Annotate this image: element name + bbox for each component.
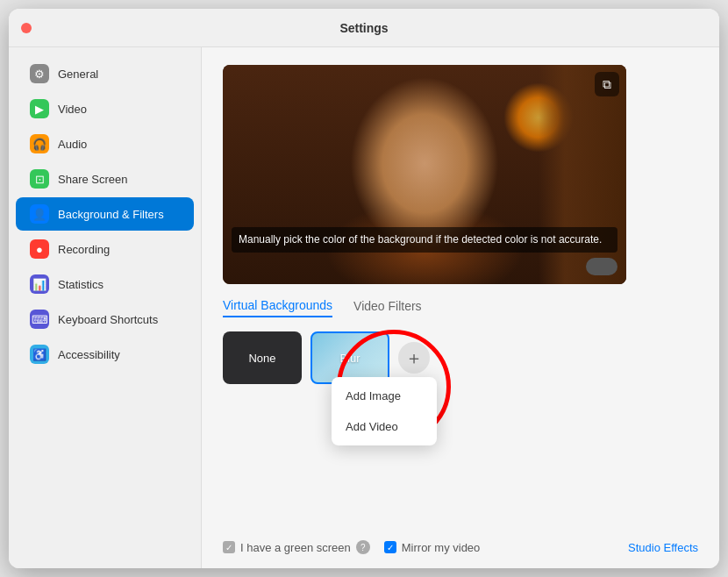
accessibility-icon: ♿ bbox=[30, 345, 49, 364]
main-panel: Manually pick the color of the backgroun… bbox=[202, 47, 719, 568]
keyboard-shortcuts-icon: ⌨ bbox=[30, 310, 49, 329]
sidebar-label-general: General bbox=[58, 68, 98, 81]
mirror-video-label: Mirror my video bbox=[402, 541, 481, 554]
sidebar-label-accessibility: Accessibility bbox=[58, 348, 120, 361]
plus-icon: ＋ bbox=[405, 346, 423, 370]
sidebar-label-keyboard-shortcuts: Keyboard Shortcuts bbox=[58, 313, 158, 326]
background-filters-icon: 👤 bbox=[30, 204, 49, 224]
background-none[interactable]: None bbox=[223, 331, 302, 384]
add-button-container: ＋ Add Image Add Video bbox=[398, 342, 430, 374]
background-none-label: None bbox=[248, 352, 275, 365]
sidebar: ⚙General▶Video🎧Audio⊡Share Screen👤Backgr… bbox=[9, 47, 202, 568]
tab-video-filters[interactable]: Video Filters bbox=[353, 299, 422, 317]
sidebar-item-share-screen[interactable]: ⊡Share Screen bbox=[16, 162, 194, 196]
green-screen-checkbox-item: ✓ I have a green screen ? bbox=[223, 540, 370, 554]
backgrounds-grid: None Blur ＋ Add Image Add Video bbox=[223, 331, 698, 384]
general-icon: ⚙ bbox=[30, 64, 49, 83]
title-bar: Settings bbox=[9, 9, 719, 47]
sidebar-item-background-filters[interactable]: 👤Background & Filters bbox=[16, 197, 194, 231]
sidebar-label-recording: Recording bbox=[58, 243, 110, 256]
audio-icon: 🎧 bbox=[30, 134, 49, 153]
sidebar-item-statistics[interactable]: 📊Statistics bbox=[16, 267, 194, 301]
sidebar-item-general[interactable]: ⚙General bbox=[16, 57, 194, 90]
green-screen-label: I have a green screen bbox=[240, 541, 351, 554]
sidebar-label-statistics: Statistics bbox=[58, 278, 103, 291]
background-blur[interactable]: Blur bbox=[310, 331, 389, 384]
sidebar-label-video: Video bbox=[58, 103, 87, 116]
recording-icon: ● bbox=[30, 239, 49, 259]
sidebar-item-keyboard-shortcuts[interactable]: ⌨Keyboard Shortcuts bbox=[16, 303, 194, 336]
add-image-option[interactable]: Add Image bbox=[332, 381, 437, 411]
video-icon: ▶ bbox=[30, 99, 49, 118]
background-blur-label: Blur bbox=[339, 352, 360, 365]
statistics-icon: 📊 bbox=[30, 274, 49, 294]
footer-bar: ✓ I have a green screen ? ✓ Mirror my vi… bbox=[223, 540, 698, 554]
green-screen-checkbox[interactable]: ✓ bbox=[223, 541, 235, 553]
add-video-option[interactable]: Add Video bbox=[332, 411, 437, 442]
tab-virtual-backgrounds[interactable]: Virtual Backgrounds bbox=[223, 298, 332, 317]
sidebar-item-accessibility[interactable]: ♿Accessibility bbox=[16, 338, 194, 371]
sidebar-item-recording[interactable]: ●Recording bbox=[16, 232, 194, 266]
sidebar-label-share-screen: Share Screen bbox=[58, 173, 128, 186]
content-area: ⚙General▶Video🎧Audio⊡Share Screen👤Backgr… bbox=[9, 47, 719, 568]
green-screen-help-icon[interactable]: ? bbox=[356, 540, 370, 554]
pip-button[interactable]: ⧉ bbox=[595, 72, 619, 96]
add-dropdown-menu: Add Image Add Video bbox=[332, 377, 437, 445]
mirror-video-checkbox[interactable]: ✓ bbox=[384, 541, 396, 553]
tabs-row: Virtual Backgrounds Video Filters bbox=[223, 298, 698, 317]
share-screen-icon: ⊡ bbox=[30, 169, 49, 189]
window-title: Settings bbox=[339, 21, 388, 35]
add-background-button[interactable]: ＋ bbox=[398, 342, 430, 374]
video-overlay-text: Manually pick the color of the backgroun… bbox=[232, 227, 617, 253]
sidebar-label-audio: Audio bbox=[58, 138, 87, 151]
studio-effects-link[interactable]: Studio Effects bbox=[628, 541, 698, 554]
close-button[interactable] bbox=[21, 23, 32, 33]
sidebar-item-audio[interactable]: 🎧Audio bbox=[16, 127, 194, 160]
sidebar-item-video[interactable]: ▶Video bbox=[16, 92, 194, 125]
sidebar-label-background-filters: Background & Filters bbox=[58, 208, 164, 221]
video-preview: Manually pick the color of the backgroun… bbox=[223, 65, 626, 284]
mirror-video-checkbox-item: ✓ Mirror my video bbox=[384, 541, 481, 554]
settings-window: Settings ⚙General▶Video🎧Audio⊡Share Scre… bbox=[9, 9, 719, 568]
video-toggle[interactable] bbox=[586, 258, 617, 275]
